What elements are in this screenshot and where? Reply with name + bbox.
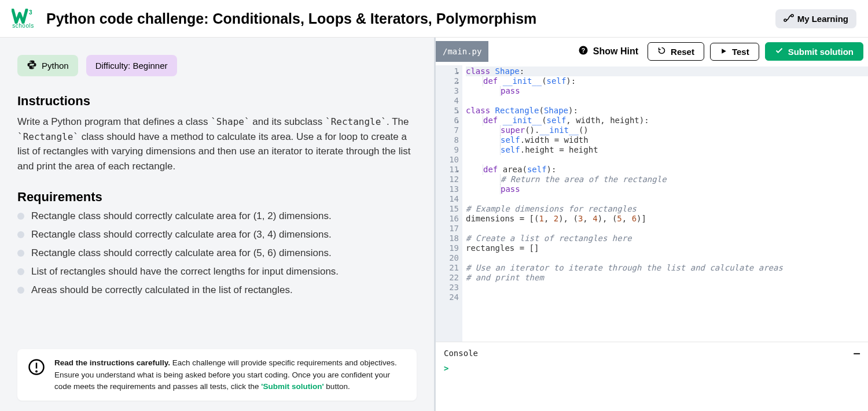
console-prompt[interactable]: > <box>444 364 860 373</box>
bullet-icon <box>17 231 24 238</box>
svg-text:3: 3 <box>29 9 32 16</box>
reset-button[interactable]: Reset <box>648 42 704 61</box>
bullet-icon <box>17 287 24 294</box>
reset-icon <box>657 46 666 57</box>
submit-button[interactable]: Submit solution <box>765 42 863 61</box>
requirement-item: List of rectangles should have the corre… <box>17 266 417 277</box>
python-icon <box>27 60 37 72</box>
code-editor[interactable]: 1▾2▾345▾6▾7891011▾1213141516171819202122… <box>436 65 868 342</box>
code-area[interactable]: class Shape:def __init__(self):passclass… <box>462 65 868 342</box>
instructions-heading: Instructions <box>17 94 417 109</box>
test-button[interactable]: Test <box>710 43 759 61</box>
info-icon <box>28 357 45 379</box>
requirement-item: Rectangle class should correctly calcula… <box>17 247 417 259</box>
editor-actions: ? Show Hint Reset Test <box>575 42 863 61</box>
show-hint-button[interactable]: ? Show Hint <box>575 43 642 60</box>
svg-text:?: ? <box>582 47 585 54</box>
requirement-item: Rectangle class should correctly calcula… <box>17 210 417 222</box>
console: Console — > <box>436 342 868 411</box>
file-tab[interactable]: /main.py <box>436 41 488 62</box>
difficulty-badge-label: Difficulty: Beginner <box>95 61 168 71</box>
svg-point-1 <box>784 19 786 21</box>
console-label: Console <box>444 349 478 358</box>
minimize-icon[interactable]: — <box>854 347 860 359</box>
logo-subtext: schools <box>12 23 34 29</box>
bullet-icon <box>17 213 24 220</box>
difficulty-badge: Difficulty: Beginner <box>86 55 177 76</box>
tip-text: Read the instructions carefully. Each ch… <box>54 357 406 393</box>
bullet-icon <box>17 250 24 257</box>
instructions-panel: Python Difficulty: Beginner Instructions… <box>0 38 434 411</box>
logo[interactable]: 3 schools <box>12 9 35 29</box>
language-badge: Python <box>17 55 78 76</box>
requirements-list: Rectangle class should correctly calcula… <box>17 210 417 296</box>
my-learning-button[interactable]: My Learning <box>775 9 856 28</box>
page-title: Python code challenge: Conditionals, Loo… <box>46 10 536 27</box>
bullet-icon <box>17 268 24 275</box>
editor-header: /main.py ? Show Hint Reset <box>436 38 868 65</box>
main: Python Difficulty: Beginner Instructions… <box>0 38 868 411</box>
question-icon: ? <box>578 45 589 58</box>
svg-point-2 <box>791 14 793 17</box>
path-icon <box>784 14 794 24</box>
language-badge-label: Python <box>42 61 69 71</box>
requirements-heading: Requirements <box>17 190 417 205</box>
editor-panel: /main.py ? Show Hint Reset <box>434 38 868 411</box>
tip-box: Read the instructions carefully. Each ch… <box>17 349 417 401</box>
badges: Python Difficulty: Beginner <box>17 55 417 76</box>
header-left: 3 schools Python code challenge: Conditi… <box>12 9 536 29</box>
my-learning-label: My Learning <box>797 14 848 24</box>
gutter: 1▾2▾345▾6▾7891011▾1213141516171819202122… <box>436 65 462 342</box>
requirement-item: Rectangle class should correctly calcula… <box>17 229 417 240</box>
check-icon <box>775 46 784 57</box>
play-icon <box>720 47 727 57</box>
instructions-text: Write a Python program that defines a cl… <box>17 114 417 173</box>
requirement-item: Areas should be correctly calculated in … <box>17 284 417 296</box>
svg-point-5 <box>36 371 37 372</box>
header: 3 schools Python code challenge: Conditi… <box>0 0 868 38</box>
